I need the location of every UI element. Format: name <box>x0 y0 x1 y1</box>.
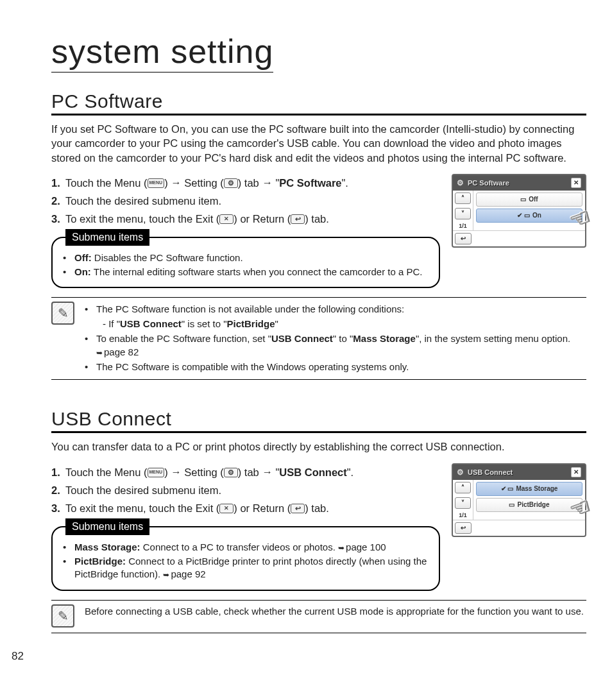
return-icon <box>291 504 305 513</box>
ref-arrow-icon <box>163 568 171 579</box>
step-2: 2.Touch the desired submenu item. <box>51 192 440 210</box>
gear-icon <box>224 178 238 188</box>
step1-text-a: Touch the Menu ( <box>65 466 148 478</box>
scroll-down-button[interactable]: ˅ <box>455 497 471 509</box>
step-1: 1. Touch the Menu (MENU) → Setting () ta… <box>51 463 440 481</box>
step-2: 2.Touch the desired submenu item. <box>51 481 440 499</box>
step1-text-d: ) tab <box>238 466 262 478</box>
screen-page: 1/1 <box>453 511 473 520</box>
intro-pc-software: If you set PC Software to On, you can us… <box>51 122 586 165</box>
screen-page: 1/1 <box>453 221 473 230</box>
submenu-item: •Off: Disables the PC Software function. <box>63 251 429 265</box>
return-button[interactable]: ↩ <box>455 233 472 244</box>
note-item: •To enable the PC Software function, set… <box>85 331 586 359</box>
steps-usb-connect: 1. Touch the Menu (MENU) → Setting () ta… <box>51 463 440 517</box>
submenu-desc: The internal editing software starts whe… <box>91 266 423 277</box>
step-3: 3. To exit the menu, touch the Exit () o… <box>51 210 440 228</box>
note-icon: ✎ <box>51 302 74 325</box>
note-icon: ✎ <box>51 604 74 627</box>
gear-icon: ⚙ <box>457 468 464 477</box>
step1-text-d: ) tab <box>238 177 262 189</box>
submenu-ref: page 92 <box>171 568 205 579</box>
submenu-desc: Connect to a PictBridge printer to print… <box>74 556 427 579</box>
section-usb-connect: USB Connect You can transfer data to a P… <box>51 408 586 633</box>
screen-title: USB Connect <box>468 468 567 476</box>
step1-target: USB Connect <box>279 466 346 478</box>
step1-target: PC Software <box>279 177 341 189</box>
screen-item-pictbridge[interactable]: ▭PictBridge <box>476 498 582 512</box>
submenu-term: Off: <box>74 252 92 263</box>
step3-text-b: ) or Return ( <box>234 502 291 514</box>
menu-icon: MENU <box>148 468 165 477</box>
step3-text-a: To exit the menu, touch the Exit ( <box>65 502 219 514</box>
submenu-desc: Connect to a PC to transfer videos or ph… <box>140 542 339 552</box>
scroll-up-button[interactable]: ˄ <box>455 192 471 204</box>
note-block-pc-software: ✎ •The PC Software function is not avail… <box>51 297 586 380</box>
step-3: 3. To exit the menu, touch the Exit () o… <box>51 499 440 517</box>
step3-text-a: To exit the menu, touch the Exit ( <box>65 213 219 225</box>
close-icon[interactable]: ✕ <box>571 467 581 477</box>
return-button[interactable]: ↩ <box>455 522 472 534</box>
note-text: Before connecting a USB cable, check whe… <box>85 606 584 617</box>
note-item: •The PC Software is compatible with the … <box>85 359 586 374</box>
intro-usb-connect: You can transfer data to a PC or print p… <box>51 440 586 454</box>
section-pc-software: PC Software If you set PC Software to On… <box>51 90 586 380</box>
screen-item-off[interactable]: ▭Off <box>476 192 582 207</box>
submenu-item: •PictBridge: Connect to a PictBridge pri… <box>63 554 429 582</box>
scroll-down-button[interactable]: ˅ <box>455 208 471 219</box>
return-icon <box>291 214 305 224</box>
arrow-icon: → <box>262 173 273 191</box>
submenu-label: Submenu items <box>65 229 149 246</box>
close-icon <box>219 214 234 224</box>
step3-text-b: ) or Return ( <box>234 213 291 225</box>
screen-title: PC Software <box>468 179 567 187</box>
step1-text-b: ) <box>164 177 171 189</box>
device-screen-usb-connect: ⚙ USB Connect ✕ ˄ ˅ 1/1 ✔ ▭Mass Storage … <box>452 463 586 537</box>
submenu-term: On: <box>74 266 91 277</box>
submenu-box-pc-software: Submenu items •Off: Disables the PC Soft… <box>51 237 440 289</box>
step-1: 1. Touch the Menu (MENU) → Setting () ta… <box>51 174 440 192</box>
page-number: 82 <box>12 650 24 663</box>
step3-text-c: ) tab. <box>305 502 329 514</box>
note-block-usb-connect: ✎ Before connecting a USB cable, check w… <box>51 600 586 633</box>
step2-text: Touch the desired submenu item. <box>65 481 221 499</box>
note-item: •The PC Software function is not availab… <box>85 302 586 316</box>
menu-icon: MENU <box>148 178 165 188</box>
steps-pc-software: 1. Touch the Menu (MENU) → Setting () ta… <box>51 174 440 228</box>
heading-pc-software: PC Software <box>51 90 586 115</box>
scroll-up-button[interactable]: ˄ <box>455 482 471 493</box>
step3-text-c: ) tab. <box>305 213 329 225</box>
submenu-ref: page 100 <box>346 542 386 552</box>
page-title: system setting <box>51 32 273 73</box>
ref-arrow-icon <box>338 542 346 552</box>
gear-icon <box>224 468 238 477</box>
heading-usb-connect: USB Connect <box>51 408 586 433</box>
device-screen-pc-software: ⚙ PC Software ✕ ˄ ˅ 1/1 ▭Off ✔ ▭On ↩ ☜ <box>452 174 586 248</box>
screen-item-mass-storage[interactable]: ✔ ▭Mass Storage <box>476 482 582 496</box>
screen-item-on[interactable]: ✔ ▭On <box>476 209 582 223</box>
step1-text-c: Setting ( <box>182 466 224 478</box>
submenu-box-usb-connect: Submenu items •Mass Storage: Connect to … <box>51 526 440 591</box>
arrow-icon: → <box>171 173 182 191</box>
submenu-term: Mass Storage: <box>74 542 140 552</box>
submenu-term: PictBridge: <box>74 556 126 567</box>
submenu-desc: Disables the PC Software function. <box>92 252 243 263</box>
close-icon <box>219 504 234 513</box>
submenu-item: •On: The internal editing software start… <box>63 265 429 279</box>
step1-text-a: Touch the Menu ( <box>65 177 148 189</box>
submenu-item: •Mass Storage: Connect to a PC to transf… <box>63 540 429 554</box>
arrow-icon: → <box>171 463 182 481</box>
note-subitem: - If "USB Connect" is set to "PictBridge… <box>85 316 586 331</box>
gear-icon: ⚙ <box>457 178 464 187</box>
close-icon[interactable]: ✕ <box>571 178 581 188</box>
arrow-icon: → <box>262 463 273 481</box>
submenu-label: Submenu items <box>65 518 149 535</box>
ref-arrow-icon <box>96 346 104 357</box>
step2-text: Touch the desired submenu item. <box>65 192 221 210</box>
step1-text-c: Setting ( <box>182 177 224 189</box>
step1-text-b: ) <box>164 466 171 478</box>
